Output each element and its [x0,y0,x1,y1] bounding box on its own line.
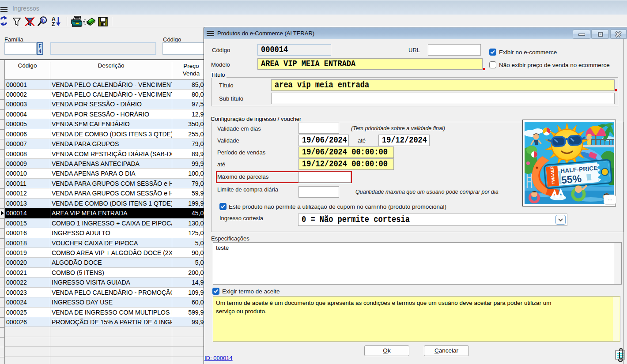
svg-text:Z: Z [52,21,55,27]
svg-text:55%: 55% [561,173,582,186]
